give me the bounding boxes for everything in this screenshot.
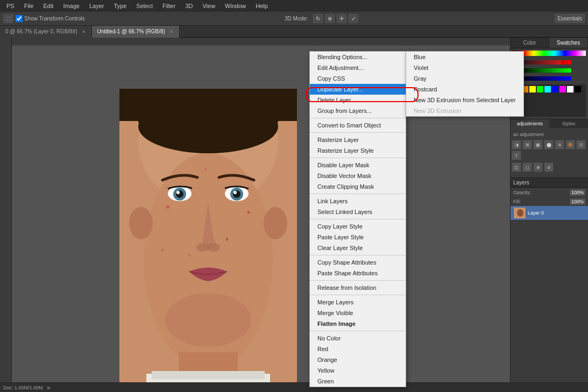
svg-point-25 bbox=[204, 168, 207, 170]
adj-icon-2[interactable]: ⊞ bbox=[522, 140, 532, 149]
adj-tab-adjustments[interactable]: adjustments bbox=[511, 119, 549, 128]
fill-value[interactable]: 100% bbox=[570, 198, 585, 205]
swatch-magenta[interactable] bbox=[559, 86, 566, 92]
cm-item-paste-shape-attrs[interactable]: Paste Shape Attributes bbox=[310, 268, 406, 279]
cm-item-convert-smart-object[interactable]: Convert to Smart Object bbox=[310, 120, 406, 131]
cm-item-link-layers[interactable]: Link Layers bbox=[310, 196, 406, 206]
tab-layer0-close[interactable]: ✕ bbox=[82, 29, 86, 34]
status-bar: Doc: 1.00M/1.00M ▶ bbox=[0, 382, 588, 392]
show-transform-label[interactable]: Show Transform Controls bbox=[16, 15, 85, 22]
cm-item-clear-layer-style[interactable]: Clear Layer Style bbox=[310, 243, 406, 253]
adj-icon-8[interactable]: T bbox=[512, 151, 521, 160]
swatch-black[interactable] bbox=[575, 86, 581, 92]
sm-item-3d-gray[interactable]: Gray bbox=[406, 73, 523, 84]
swatch-yellow[interactable] bbox=[529, 86, 536, 92]
cm-item-merge-layers[interactable]: Merge Layers bbox=[310, 297, 406, 308]
menu-window[interactable]: Window bbox=[221, 2, 250, 10]
tab-untitled1-close[interactable]: ✕ bbox=[169, 29, 174, 34]
cm-item-duplicate-layer[interactable]: Duplicate Layer... bbox=[310, 84, 406, 95]
cm-item-color-red[interactable]: Red bbox=[310, 344, 406, 354]
tab-untitled1[interactable]: Untitled-1 @ 66.7% (RGB/8) ✕ bbox=[92, 26, 180, 38]
cm-item-group-from-layers[interactable]: Group from Layers... bbox=[310, 105, 406, 116]
svg-rect-28 bbox=[152, 371, 265, 379]
cm-item-release-isolation[interactable]: Release from Isolation bbox=[310, 282, 406, 293]
opacity-value[interactable]: 100% bbox=[570, 189, 585, 196]
layers-header: Layers bbox=[511, 178, 588, 188]
swatch-green[interactable] bbox=[537, 86, 543, 92]
menu-edit[interactable]: Edit bbox=[39, 2, 58, 10]
adj-icon-12[interactable]: ⊘ bbox=[544, 162, 554, 172]
cm-item-flatten-image[interactable]: Flatten Image bbox=[310, 318, 406, 329]
transform-btn[interactable]: ⬚ bbox=[3, 14, 13, 23]
cm-item-color-green[interactable]: Green bbox=[310, 376, 406, 387]
adj-icons-grid: ◑ ⊞ ▦ ⬤ ≋ 🔆 ⊡ T bbox=[511, 139, 588, 161]
cm-item-delete-layer[interactable]: Delete Layer bbox=[310, 95, 406, 105]
menu-image[interactable]: Image bbox=[59, 2, 84, 10]
cm-item-merge-visible[interactable]: Merge Visible bbox=[310, 308, 406, 318]
sm-item-3d-postcard[interactable]: Postcard bbox=[406, 84, 523, 95]
adj-tab-styles[interactable]: Styles bbox=[549, 119, 588, 128]
tab-untitled1-label: Untitled-1 @ 66.7% (RGB/8) bbox=[97, 28, 165, 34]
adj-icon-10[interactable]: ◻ bbox=[522, 162, 532, 172]
cm-separator-11 bbox=[310, 158, 406, 158]
essentials-btn[interactable]: Essentials bbox=[555, 14, 585, 23]
tab-swatches[interactable]: Swatches bbox=[549, 38, 588, 48]
3d-mode-btn3[interactable]: ✛ bbox=[337, 14, 346, 23]
cm-item-disable-layer-mask[interactable]: Disable Layer Mask bbox=[310, 160, 406, 170]
menu-ps[interactable]: PS bbox=[2, 2, 19, 10]
swatch-cyan[interactable] bbox=[544, 86, 551, 92]
channel-r-bar[interactable] bbox=[519, 60, 571, 65]
3d-mode-btn2[interactable]: ⊕ bbox=[325, 14, 335, 23]
swatch-white[interactable] bbox=[567, 86, 573, 92]
sm-item-3d-blue[interactable]: Blue bbox=[406, 52, 523, 62]
3d-mode-btn1[interactable]: ↻ bbox=[313, 14, 323, 23]
layer-item-0[interactable]: Layer 0 bbox=[511, 206, 588, 220]
cm-item-rasterize-layer-style[interactable]: Rasterize Layer Style bbox=[310, 145, 406, 156]
adj-icon-6[interactable]: 🔆 bbox=[565, 140, 575, 149]
3d-mode-btn4[interactable]: ⤢ bbox=[349, 14, 358, 23]
cm-item-copy-layer-style[interactable]: Copy Layer Style bbox=[310, 221, 406, 232]
menu-help[interactable]: Help bbox=[251, 2, 272, 10]
cm-item-create-clipping-mask[interactable]: Create Clipping Mask bbox=[310, 181, 406, 192]
cm-item-no-color[interactable]: No Color bbox=[310, 333, 406, 344]
cm-item-edit-adjustment[interactable]: Edit Adjustment... bbox=[310, 62, 406, 73]
svg-point-8 bbox=[138, 99, 278, 153]
cm-item-color-orange[interactable]: Orange bbox=[310, 354, 406, 365]
status-arrow[interactable]: ▶ bbox=[47, 385, 51, 390]
svg-point-24 bbox=[226, 238, 229, 241]
adj-icon-4[interactable]: ⬤ bbox=[544, 140, 554, 149]
menu-3d[interactable]: 3D bbox=[181, 2, 197, 10]
swatch-blue[interactable] bbox=[552, 86, 558, 92]
ruler-horizontal: /* ticks rendered via SVG below */ bbox=[12, 38, 510, 46]
menu-filter[interactable]: Filter bbox=[158, 2, 180, 10]
sm-item-3d-violet[interactable]: Violet bbox=[406, 62, 523, 73]
cm-item-disable-vector-mask[interactable]: Disable Vector Mask bbox=[310, 170, 406, 181]
adj-icon-7[interactable]: ⊡ bbox=[576, 140, 586, 149]
channel-g-bar[interactable] bbox=[519, 68, 571, 73]
adj-icon-3[interactable]: ▦ bbox=[533, 140, 543, 149]
menu-view[interactable]: View bbox=[198, 2, 219, 10]
menu-select[interactable]: Select bbox=[132, 2, 157, 10]
cm-item-select-linked-layers[interactable]: Select Linked Layers bbox=[310, 206, 406, 217]
cm-item-rasterize-layer[interactable]: Rasterize Layer bbox=[310, 134, 406, 145]
adj-icon-11[interactable]: ⊗ bbox=[533, 162, 543, 172]
sm-item-3d-extrusion-selected[interactable]: New 3D Extrusion from Selected Layer bbox=[406, 95, 523, 105]
cm-item-copy-shape-attrs[interactable]: Copy Shape Attributes bbox=[310, 257, 406, 268]
show-transform-checkbox[interactable] bbox=[16, 15, 23, 22]
adj-icon-5[interactable]: ≋ bbox=[555, 140, 564, 149]
menu-file[interactable]: File bbox=[20, 2, 38, 10]
channel-b-bar[interactable] bbox=[519, 76, 571, 81]
adj-icon-9[interactable]: ◫ bbox=[512, 162, 521, 172]
tab-color[interactable]: Color bbox=[511, 38, 549, 48]
opacity-row: Opacity: 100% bbox=[511, 188, 588, 197]
cm-item-paste-layer-style[interactable]: Paste Layer Style bbox=[310, 232, 406, 243]
cm-item-color-yellow[interactable]: Yellow bbox=[310, 365, 406, 376]
cm-separator-25 bbox=[310, 280, 406, 281]
menu-layer[interactable]: Layer bbox=[85, 2, 109, 10]
menu-type[interactable]: Type bbox=[110, 2, 131, 10]
cm-item-copy-css[interactable]: Copy CSS bbox=[310, 73, 406, 84]
cm-item-blending-options[interactable]: Blending Options... bbox=[310, 52, 406, 62]
adj-icon-1[interactable]: ◑ bbox=[512, 140, 521, 149]
photo-container bbox=[119, 89, 297, 382]
tab-layer0[interactable]: 0 @ 66.7% (Layer 0, RGB/8#) ✕ bbox=[0, 26, 92, 38]
